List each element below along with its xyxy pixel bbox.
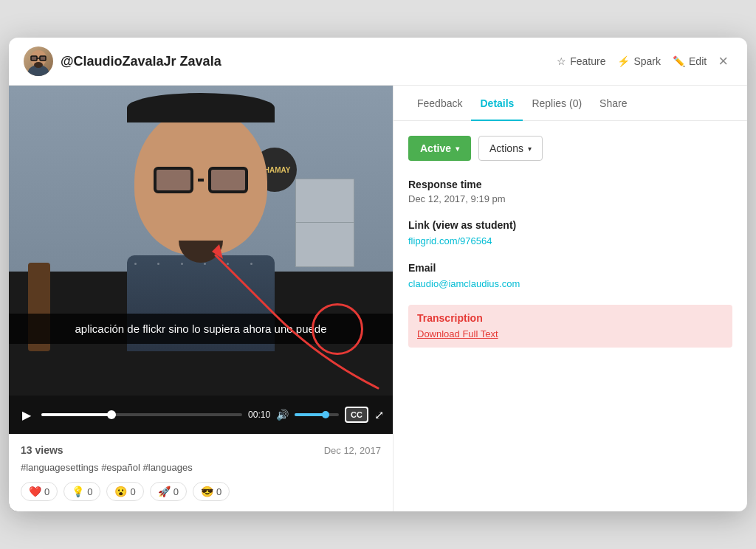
tab-details[interactable]: Details (471, 86, 523, 121)
progress-bar[interactable] (41, 413, 242, 416)
views-count: 13 views (21, 444, 63, 456)
response-time-value: Dec 12, 2017, 9:19 pm (408, 193, 732, 204)
volume-thumb (322, 411, 329, 418)
svg-point-5 (34, 62, 43, 68)
response-time-section: Response time Dec 12, 2017, 9:19 pm (408, 179, 732, 204)
room-cabinet (295, 179, 354, 267)
reaction-count: 0 (44, 486, 49, 497)
reaction-button[interactable]: 😮0 (106, 482, 143, 501)
views-row: 13 views Dec 12, 2017 (21, 444, 381, 456)
reaction-count: 0 (173, 486, 179, 497)
time-display: 00:10 (248, 410, 270, 420)
reaction-emoji: 💡 (72, 486, 84, 497)
avatar (24, 46, 53, 76)
progress-fill (41, 413, 111, 416)
link-value[interactable]: flipgrid.com/976564 (408, 235, 492, 246)
modal-container: @ClaudioZavalaJr Zavala ☆ Feature ⚡ Spar… (9, 38, 747, 511)
header-actions: ☆ Feature ⚡ Spark ✏️ Edit (557, 55, 707, 67)
reactions-row: ❤️0💡0😮0🚀0😎0 (21, 482, 381, 501)
reaction-emoji: ❤️ (29, 486, 41, 497)
reaction-emoji: 😮 (114, 486, 127, 497)
cc-button[interactable]: CC (345, 407, 368, 423)
volume-bar[interactable] (295, 413, 339, 416)
progress-thumb (107, 410, 116, 419)
reaction-button[interactable]: 🚀0 (150, 482, 187, 501)
feature-button[interactable]: ☆ Feature (557, 55, 605, 67)
edit-button[interactable]: ✏️ Edit (673, 55, 707, 67)
video-info: 13 views Dec 12, 2017 #languagesettings … (9, 434, 393, 511)
tab-feedback[interactable]: Feedback (408, 86, 471, 121)
link-label: Link (view as student) (408, 219, 732, 231)
glasses (154, 167, 248, 193)
download-full-text-link[interactable]: Download Full Text (417, 328, 498, 339)
pencil-icon: ✏️ (673, 55, 685, 67)
close-button[interactable]: × (714, 52, 732, 71)
tab-share[interactable]: Share (591, 86, 636, 121)
active-label: Active (420, 142, 451, 154)
svg-rect-2 (31, 56, 37, 61)
transcription-section: Transcription Download Full Text (408, 305, 732, 348)
bolt-icon: ⚡ (617, 55, 630, 67)
status-row: Active ▾ Actions ▾ (408, 136, 732, 161)
email-section: Email claudio@iamclaudius.com (408, 262, 732, 290)
reaction-button[interactable]: ❤️0 (21, 482, 58, 501)
reaction-count: 0 (216, 486, 221, 497)
modal-header: @ClaudioZavalaJr Zavala ☆ Feature ⚡ Spar… (9, 38, 747, 86)
star-icon: ☆ (557, 55, 566, 67)
reaction-count: 0 (130, 486, 135, 497)
video-container: AHAMAY (9, 86, 393, 396)
active-button[interactable]: Active ▾ (408, 136, 471, 161)
volume-fill (295, 413, 326, 416)
volume-icon[interactable]: 🔊 (276, 409, 289, 421)
email-label: Email (408, 262, 732, 274)
tabs-row: FeedbackDetailsReplies (0)Share (394, 86, 747, 121)
email-value[interactable]: claudio@iamclaudius.com (408, 278, 520, 289)
play-button[interactable]: ▶ (18, 405, 35, 425)
actions-chevron-icon: ▾ (528, 145, 532, 153)
reaction-count: 0 (87, 486, 92, 497)
svg-rect-3 (40, 56, 46, 61)
modal-body: AHAMAY (9, 86, 747, 511)
video-controls: ▶ 00:10 🔊 CC ⤢ (9, 396, 393, 434)
hashtags: #languagesettings #español #languages (21, 462, 381, 473)
actions-button[interactable]: Actions ▾ (478, 136, 543, 161)
reaction-button[interactable]: 💡0 (63, 482, 100, 501)
video-date: Dec 12, 2017 (324, 445, 381, 456)
details-content: Active ▾ Actions ▾ Response time Dec 12,… (394, 121, 747, 511)
video-panel: AHAMAY (9, 86, 393, 511)
actions-label: Actions (489, 142, 523, 154)
tab-replies[interactable]: Replies (0) (523, 86, 591, 121)
video-subtitle: aplicación de flickr sino lo supiera aho… (9, 314, 393, 344)
spark-button[interactable]: ⚡ Spark (617, 55, 661, 67)
link-section: Link (view as student) flipgrid.com/9765… (408, 219, 732, 247)
reaction-emoji: 🚀 (158, 486, 171, 497)
user-name: @ClaudioZavalaJr Zavala (61, 54, 549, 69)
reaction-emoji: 😎 (201, 486, 213, 497)
fullscreen-button[interactable]: ⤢ (374, 408, 384, 422)
response-time-label: Response time (408, 179, 732, 190)
transcription-label: Transcription (417, 312, 724, 324)
reaction-button[interactable]: 😎0 (193, 482, 230, 501)
active-chevron-icon: ▾ (456, 145, 459, 153)
right-panel: FeedbackDetailsReplies (0)Share Active ▾… (393, 86, 747, 511)
